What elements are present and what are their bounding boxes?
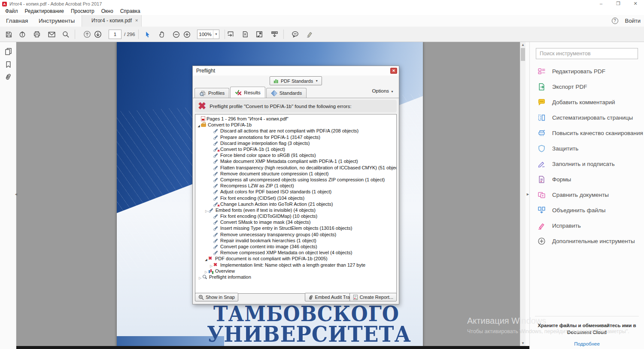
tree-item[interactable]: Convert page content into image (346 obj… [195, 244, 396, 250]
tab-close-icon[interactable]: ✕ [135, 15, 138, 27]
previous-page-button[interactable] [82, 29, 93, 40]
scroll-up-icon[interactable]: ▲ [520, 42, 526, 48]
attachments-button[interactable] [3, 71, 13, 81]
tree-item[interactable]: Compress all uncompressed objects using … [195, 177, 396, 183]
collapse-left-panel-arrow[interactable]: ◄ [14, 192, 18, 196]
tab-profiles[interactable]: Profiles [194, 88, 229, 98]
tree-item[interactable]: Convert to PDF/A-1b [195, 122, 396, 128]
tree-item[interactable]: Discard image interpolation flag (3 obje… [195, 140, 396, 146]
tree-item[interactable]: Repair invalid bookmark hierarchies (1 o… [195, 238, 396, 244]
search-button[interactable] [60, 29, 71, 40]
tree-expand-arrow[interactable] [197, 121, 201, 129]
tree-item[interactable]: Discard all actions that are not complia… [195, 128, 396, 134]
share-cloud-button[interactable] [17, 29, 28, 40]
scroll-down-icon[interactable]: ▼ [520, 340, 526, 346]
next-page-button[interactable] [92, 29, 103, 40]
promo-learn-more-link[interactable]: Подробнее [574, 341, 600, 346]
scrollbar-thumb[interactable] [521, 48, 525, 61]
tree-item[interactable]: Overview [195, 268, 396, 274]
tree-item[interactable]: Embed fonts (even if text is invisible) … [195, 207, 396, 213]
sidebar-item-fill-sign[interactable]: Заполнить и подписать [530, 156, 644, 171]
menu-item[interactable]: Файл [2, 8, 21, 15]
email-button[interactable] [46, 29, 57, 40]
maximize-button[interactable]: ❐ [610, 0, 627, 8]
actual-size-button[interactable] [254, 29, 265, 40]
tree-item[interactable]: Remove unnecessary transparency groups (… [195, 232, 396, 238]
search-input[interactable] [536, 48, 638, 59]
fit-width-button[interactable] [225, 29, 236, 40]
select-tool-button[interactable] [142, 29, 153, 40]
tree-item[interactable]: Fix font encoding (CIDToGIDMap) (10 obje… [195, 213, 396, 219]
preflight-results-tree[interactable]: Pages 1 - 296 from "Итог4 - копия.pdf" C… [195, 114, 397, 294]
zoom-out-button[interactable] [170, 29, 182, 40]
show-in-snap-button[interactable]: Show in Snap [195, 293, 238, 301]
tree-expand-arrow[interactable] [209, 261, 213, 269]
sidebar-item-combine-files[interactable]: Объединить файлы [530, 202, 644, 218]
sidebar-item-more-tools[interactable]: Дополнительные инструменты [530, 233, 644, 249]
tree-item[interactable]: PDF document is not compliant with PDF/A… [195, 256, 396, 262]
tree-item[interactable]: Force blend color space to sRGB (91 obje… [195, 152, 396, 158]
tree-item[interactable]: Flatten transparency (high resolution, n… [195, 165, 396, 171]
tree-item[interactable]: Preflight information [195, 274, 396, 280]
help-icon[interactable]: ? [612, 18, 618, 24]
tab-tools[interactable]: Инструменты [37, 15, 76, 27]
comment-tool-button[interactable] [289, 29, 301, 40]
menu-item[interactable]: Справка [117, 8, 144, 15]
highlight-tool-button[interactable] [304, 29, 315, 40]
tree-item[interactable]: Change Launch Action into GoToR Action (… [195, 201, 396, 207]
sidebar-item-enhance-scans[interactable]: Повысить качество сканирования [530, 125, 644, 141]
menu-item[interactable]: Просмотр [67, 8, 98, 15]
pdf-standards-dropdown[interactable]: PDF Standards ▼ [270, 76, 322, 85]
create-report-button[interactable]: Create Report... [349, 293, 397, 301]
minimize-button[interactable]: – [592, 0, 610, 8]
expand-right-panel-arrow[interactable]: ► [526, 192, 530, 196]
tree-item[interactable]: Convert to PDF/A-1b (1 object) [195, 146, 396, 152]
menu-item[interactable]: Редактирование [21, 8, 67, 15]
save-button[interactable] [3, 29, 14, 40]
tree-item[interactable]: Fix font encoding (CIDSet) (104 objects) [195, 195, 396, 201]
bookmarks-button[interactable] [3, 59, 13, 69]
preflight-title-bar[interactable]: Preflight ✕ [193, 66, 399, 75]
reading-mode-button[interactable] [269, 29, 280, 40]
tree-item[interactable]: Prepare annotations for PDF/A-1 (3147 ob… [195, 134, 396, 140]
tree-item[interactable]: Convert SMask to image mask (34 objects) [195, 219, 396, 225]
close-button[interactable]: ✕ [627, 0, 644, 8]
tree-item[interactable]: Remove compressed XMP Metadata on object… [195, 250, 396, 256]
sidebar-item-organize-pages[interactable]: Систематизировать страницы [530, 110, 644, 125]
tab-results[interactable]: Results [230, 87, 265, 98]
tree-item[interactable]: Implementation limit: Name object with a… [195, 262, 396, 268]
preflight-close-button[interactable]: ✕ [390, 68, 397, 74]
zoom-in-button[interactable] [181, 29, 192, 40]
tree-item[interactable]: Insert missing Type entry in StructElem … [195, 225, 396, 231]
sidebar-item-edit-pdf[interactable]: Редактировать PDF [530, 63, 644, 79]
page-number-input[interactable] [109, 30, 122, 39]
fit-page-button[interactable] [240, 29, 251, 40]
tree-expand-arrow[interactable] [204, 267, 208, 275]
sidebar-item-forms[interactable]: Формы [530, 171, 644, 187]
sidebar-item-compare-files[interactable]: Сравнить документы [530, 187, 644, 202]
vertical-scrollbar[interactable]: ▲ ▼ [520, 42, 526, 349]
tree-expand-arrow[interactable] [204, 206, 209, 214]
zoom-level-select[interactable]: 100% ▼ [197, 30, 219, 39]
tree-item[interactable]: Make document XMP Metadata compliant wit… [195, 158, 396, 164]
signin-button[interactable]: Войти [625, 18, 641, 24]
tab-standards[interactable]: Standards [266, 88, 307, 98]
tree-item-label: Remove compressed XMP Metadata on object… [220, 250, 352, 255]
sidebar-item-fix[interactable]: Исправить [530, 218, 644, 233]
hand-tool-button[interactable] [156, 29, 167, 40]
tree-item[interactable]: Recompress LZW as ZIP (1 object) [195, 183, 396, 189]
menu-item[interactable]: Окно [98, 8, 117, 15]
tree-expand-arrow[interactable] [198, 273, 202, 281]
tree-item[interactable]: Pages 1 - 296 from "Итог4 - копия.pdf" [195, 116, 396, 122]
options-dropdown[interactable]: Options▼ [372, 88, 394, 93]
sidebar-item-export-pdf[interactable]: Экспорт PDF [530, 79, 644, 94]
tree-expand-arrow[interactable] [204, 255, 208, 262]
tree-item[interactable]: Remove document structure compression (1… [195, 171, 396, 177]
page-thumbnails-button[interactable] [3, 46, 13, 57]
sidebar-item-protect[interactable]: Защитить [530, 141, 644, 156]
sidebar-item-add-comment[interactable]: Добавить комментарий [530, 94, 644, 110]
print-button[interactable] [31, 29, 43, 40]
tab-home[interactable]: Главная [4, 15, 30, 27]
tab-document[interactable]: Итог4 - копия.pdf ✕ [82, 15, 142, 27]
tree-item[interactable]: Adjust colors for PDF based ISO standard… [195, 189, 396, 195]
